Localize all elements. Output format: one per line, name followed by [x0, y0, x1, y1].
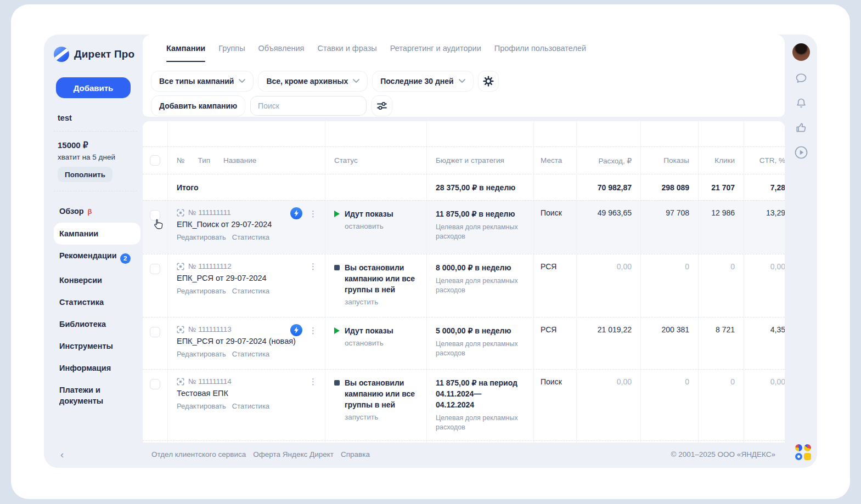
chevron-down-icon	[353, 79, 359, 83]
add-button[interactable]: Добавить	[56, 77, 131, 98]
period-dropdown[interactable]: Последние 30 дней	[373, 71, 473, 91]
col-impressions[interactable]: Показы	[640, 147, 698, 174]
running-icon	[334, 327, 340, 334]
edit-link[interactable]: Редактировать	[177, 402, 226, 410]
tab-ads[interactable]: Объявления	[258, 35, 305, 62]
table-row: № 111111113 ⋮ ЕПК_РСЯ от 29-07-2024 (нов…	[143, 317, 785, 369]
start-link[interactable]: запустить	[345, 413, 420, 421]
boost-badge[interactable]	[290, 207, 302, 219]
start-link[interactable]: запустить	[345, 298, 420, 306]
budget-value: 11 875,00 ₽ на период 04.11.2024— 04.12.…	[436, 377, 526, 410]
sticker-icon	[804, 444, 811, 451]
stop-link[interactable]: остановить	[345, 222, 420, 230]
video-tutorial-button[interactable]	[794, 145, 808, 160]
col-name[interactable]: Название	[223, 156, 256, 165]
notifications-button[interactable]	[794, 96, 808, 110]
clicks-value: 12 986	[698, 201, 744, 254]
client-service-link[interactable]: Отдел клиентского сервиса	[151, 450, 246, 458]
col-clicks[interactable]: Клики	[698, 147, 744, 174]
select-all-checkbox[interactable]	[150, 155, 160, 166]
campaign-name[interactable]: Тестовая ЕПК	[177, 388, 319, 399]
sidebar-item-recommendations[interactable]: Рекомендации2	[54, 245, 140, 269]
add-campaign-button[interactable]: Добавить кампанию	[151, 96, 245, 116]
row-checkbox[interactable]	[150, 327, 160, 337]
cost-value: 0,00	[576, 370, 640, 440]
sidebar-item-overview[interactable]: Обзорβ	[54, 200, 140, 223]
sticker-widget[interactable]	[795, 444, 811, 460]
thumbs-up-icon	[795, 121, 808, 134]
campaign-type-dropdown[interactable]: Все типы кампаний	[151, 71, 253, 91]
panel-gap	[143, 117, 785, 121]
edit-link[interactable]: Редактировать	[177, 350, 226, 358]
col-number[interactable]: №	[177, 156, 184, 165]
column-settings-button[interactable]	[372, 96, 392, 116]
tab-user-profiles[interactable]: Профили пользователей	[494, 35, 586, 62]
boost-badge[interactable]	[290, 324, 302, 336]
col-type[interactable]: Тип	[198, 156, 210, 165]
topup-button[interactable]: Пополнить	[58, 167, 112, 182]
campaign-name[interactable]: ЕПК_Поиск от 29-07-2024	[177, 219, 319, 230]
direct-pro-logo-icon	[54, 47, 69, 62]
sidebar-item-conversions[interactable]: Конверсии	[54, 269, 140, 291]
edit-link[interactable]: Редактировать	[177, 233, 226, 241]
statistics-link[interactable]: Статистика	[232, 350, 269, 358]
row-checkbox[interactable]	[150, 210, 160, 220]
row-menu-button[interactable]: ⋮	[308, 208, 318, 219]
main-content: Кампании Группы Объявления Ставки и фраз…	[143, 35, 785, 443]
chat-bubble-icon	[795, 72, 808, 85]
totals-ctr: 7,28	[744, 174, 785, 200]
campaigns-table: № Тип Название Статус Бюджет и стратегия…	[143, 121, 785, 443]
settings-gear-button[interactable]	[479, 71, 498, 91]
tab-groups[interactable]: Группы	[218, 35, 245, 62]
cost-value: 0,00	[576, 254, 640, 317]
search-input[interactable]	[250, 96, 367, 116]
clicks-value: 8 721	[698, 318, 744, 369]
col-budget[interactable]: Бюджет и стратегия	[426, 147, 533, 174]
row-menu-button[interactable]: ⋮	[308, 261, 318, 271]
offer-link[interactable]: Оферта Яндекс Директ	[253, 450, 334, 458]
stop-link[interactable]: остановить	[345, 339, 420, 347]
sidebar-item-library[interactable]: Библиотека	[54, 313, 140, 335]
col-places[interactable]: Места	[533, 147, 576, 174]
clicks-value: 0	[698, 254, 744, 317]
logo[interactable]: Директ Про	[54, 47, 143, 62]
beta-badge: β	[88, 207, 92, 216]
col-ctr[interactable]: CTR, %	[744, 147, 785, 174]
statistics-link[interactable]: Статистика	[232, 233, 269, 241]
footer: ‹ Отдел клиентского сервиса Оферта Яндек…	[44, 443, 817, 468]
sidebar-item-tools[interactable]: Инструменты	[54, 335, 140, 357]
clicks-value: 0	[698, 370, 744, 440]
campaign-name[interactable]: ЕПК_РСЯ от 29-07-2024 (новая)	[177, 336, 319, 347]
table-row: № 111111111 ⋮ ЕПК_Поиск от 29-07-2024 Ре…	[143, 200, 785, 254]
statistics-link[interactable]: Статистика	[232, 287, 269, 295]
sidebar-item-payments[interactable]: Платежи и документы	[54, 379, 140, 412]
row-menu-button[interactable]: ⋮	[308, 376, 318, 387]
help-link[interactable]: Справка	[341, 450, 370, 458]
sidebar-item-campaigns[interactable]: Кампании	[54, 223, 140, 245]
statistics-link[interactable]: Статистика	[232, 402, 269, 410]
strategy-label: Целевая доля рекламных расходов	[436, 414, 526, 432]
tab-retargeting[interactable]: Ретаргетинг и аудитории	[390, 35, 481, 62]
campaign-name[interactable]: ЕПК_РСЯ от 29-07-2024	[177, 273, 319, 284]
col-cost[interactable]: Расход, ₽	[576, 147, 640, 174]
budget-value: 5 000,00 ₽ в неделю	[436, 325, 526, 336]
archive-filter-dropdown[interactable]: Все, кроме архивных	[258, 71, 367, 91]
col-status[interactable]: Статус	[325, 147, 426, 174]
row-checkbox[interactable]	[150, 379, 160, 389]
user-avatar[interactable]	[792, 43, 810, 61]
app-window: Директ Про Добавить test 15000 ₽ хватит …	[11, 4, 850, 499]
cost-value: 49 963,65	[576, 201, 640, 254]
sidebar-item-statistics[interactable]: Статистика	[54, 291, 140, 313]
edit-link[interactable]: Редактировать	[177, 287, 226, 295]
stopped-icon	[334, 265, 340, 270]
sidebar-item-information[interactable]: Информация	[54, 357, 140, 379]
chat-button[interactable]	[794, 71, 808, 86]
campaign-id: № 111111114	[188, 377, 232, 386]
collapse-sidebar-button[interactable]: ‹	[60, 449, 64, 461]
feedback-button[interactable]	[794, 121, 808, 135]
tab-bids-phrases[interactable]: Ставки и фразы	[317, 35, 376, 62]
campaign-id: № 111111112	[188, 262, 232, 270]
tab-campaigns[interactable]: Кампании	[166, 35, 205, 62]
row-checkbox[interactable]	[150, 264, 160, 274]
row-menu-button[interactable]: ⋮	[308, 325, 318, 336]
